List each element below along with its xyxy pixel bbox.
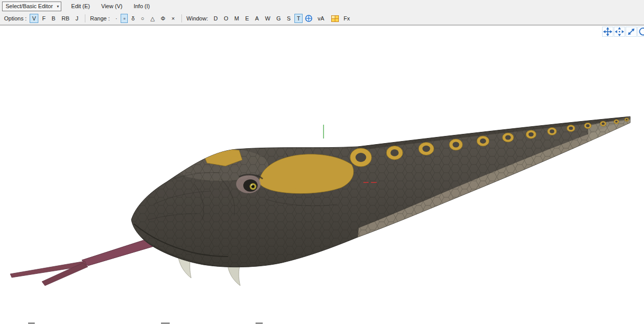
toolbar-separator (181, 14, 182, 22)
tool-bar: Options : V F B RB J Range : · ▫ δ ○ △ Φ… (0, 12, 644, 25)
viewport-3d[interactable] (0, 25, 644, 324)
window-button-g[interactable]: G (274, 14, 284, 23)
range-button-dot[interactable]: · (113, 14, 120, 23)
range-button-square[interactable]: ▫ (121, 14, 128, 23)
chevron-down-icon: ▾ (57, 4, 59, 9)
rotate-icon[interactable] (637, 27, 644, 37)
range-button-circle[interactable]: ○ (138, 14, 147, 23)
window-button-o[interactable]: O (221, 14, 231, 23)
window-button-e[interactable]: E (243, 14, 251, 23)
window-button-t[interactable]: T (294, 14, 303, 23)
menu-view[interactable]: View (V) (96, 1, 128, 11)
window-button-a[interactable]: A (252, 14, 261, 23)
snake-body (123, 112, 644, 276)
options-button-rb[interactable]: RB (59, 14, 72, 23)
editor-mode-label: Select/Basic Editor (6, 3, 53, 9)
fx-button[interactable]: Fx (341, 14, 352, 23)
window-label: Window: (187, 15, 208, 21)
move-icon[interactable] (614, 27, 625, 37)
menu-bar: Select/Basic Editor ▾ Edit (E) View (V) … (0, 0, 644, 12)
window-button-s[interactable]: S (284, 14, 293, 23)
range-button-delta[interactable]: δ (129, 14, 137, 23)
pan-icon[interactable] (602, 27, 613, 37)
snake-scale-pattern (123, 112, 644, 276)
range-label: Range : (90, 15, 110, 21)
options-button-v[interactable]: V (30, 14, 38, 23)
va-button[interactable]: vA (315, 14, 327, 23)
options-button-j[interactable]: J (73, 14, 81, 23)
viewport-toolbar (602, 27, 644, 37)
target-circle-icon[interactable] (305, 14, 313, 22)
toolbar-separator (85, 14, 85, 22)
range-button-triangle[interactable]: △ (148, 14, 157, 23)
editor-mode-select[interactable]: Select/Basic Editor ▾ (2, 2, 61, 11)
options-button-f[interactable]: F (39, 14, 48, 23)
range-button-x[interactable]: × (169, 14, 177, 23)
options-button-b[interactable]: B (49, 14, 58, 23)
window-button-w[interactable]: W (262, 14, 272, 23)
options-label: Options : (4, 15, 27, 21)
snake-model (0, 26, 644, 324)
menu-edit[interactable]: Edit (E) (65, 1, 96, 11)
range-button-phi[interactable]: Φ (158, 14, 168, 23)
zoom-icon[interactable] (626, 27, 637, 37)
snake-tongue (10, 234, 168, 286)
menu-info[interactable]: Info (I) (128, 1, 155, 11)
window-button-m[interactable]: M (232, 14, 242, 23)
grid-table-icon[interactable] (331, 15, 339, 22)
window-button-d[interactable]: D (211, 14, 220, 23)
